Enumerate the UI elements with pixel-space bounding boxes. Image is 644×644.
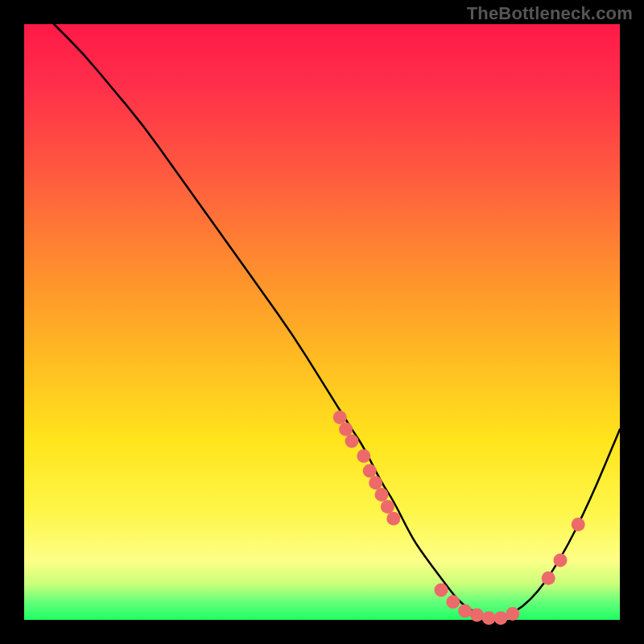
highlight-scatter-group — [333, 411, 585, 625]
highlight-dot — [482, 611, 496, 625]
highlight-dot — [345, 435, 359, 448]
highlight-dot — [333, 411, 347, 424]
highlight-dot — [357, 449, 370, 463]
highlight-dot — [381, 500, 394, 514]
highlight-dot — [446, 595, 460, 609]
highlight-dot — [386, 512, 400, 526]
highlight-dot — [470, 609, 484, 622]
highlight-dot — [363, 464, 377, 478]
highlight-dot — [375, 488, 389, 502]
watermark-label: TheBottleneck.com — [467, 3, 633, 24]
highlight-dot — [458, 604, 472, 617]
highlight-dot — [506, 607, 519, 621]
highlight-dot — [542, 572, 555, 585]
highlight-dot — [572, 518, 585, 531]
highlight-dot — [494, 611, 508, 625]
plot-area — [24, 24, 620, 620]
highlight-dot — [339, 423, 353, 436]
chart-overlay-svg — [24, 24, 620, 620]
chart-stage: TheBottleneck.com — [0, 0, 644, 644]
highlight-dot — [554, 554, 568, 568]
bottleneck-curve-line — [54, 24, 620, 617]
highlight-dot — [435, 584, 448, 597]
highlight-dot — [369, 476, 382, 489]
